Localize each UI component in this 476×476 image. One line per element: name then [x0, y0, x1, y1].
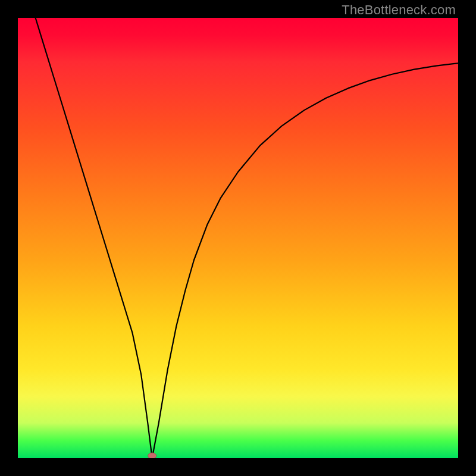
chart-frame: TheBottleneck.com [0, 0, 476, 476]
curve-svg [18, 18, 458, 458]
minimum-marker [148, 453, 156, 458]
watermark-text: TheBottleneck.com [342, 2, 456, 18]
plot-area [18, 18, 458, 458]
bottleneck-curve [36, 18, 458, 458]
